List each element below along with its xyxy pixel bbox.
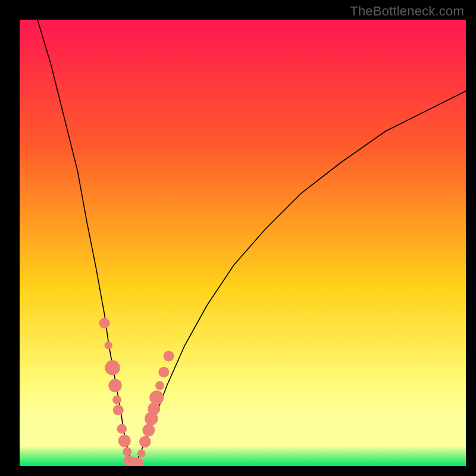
hardware-marker [164,351,174,362]
hardware-marker [149,390,164,405]
hardware-marker [123,447,131,456]
hardware-marker [99,318,110,328]
hardware-marker [105,342,113,350]
plot-area [20,20,466,466]
hardware-marker [105,360,120,375]
chart-frame: TheBottleneck.com [0,0,476,476]
hardware-marker [155,381,164,390]
curve-layer [20,20,466,466]
hardware-marker [118,435,131,447]
hardware-marker [117,424,127,434]
watermark-text: TheBottleneck.com [350,4,464,19]
hardware-marker [112,396,121,405]
hardware-marker [158,367,169,378]
hardware-marker [108,379,122,393]
hardware-marker [137,449,145,458]
hardware-markers [99,318,174,466]
hardware-marker [142,424,155,437]
hardware-marker [139,436,151,448]
hardware-marker [113,405,124,415]
bottleneck-curve [37,20,466,464]
